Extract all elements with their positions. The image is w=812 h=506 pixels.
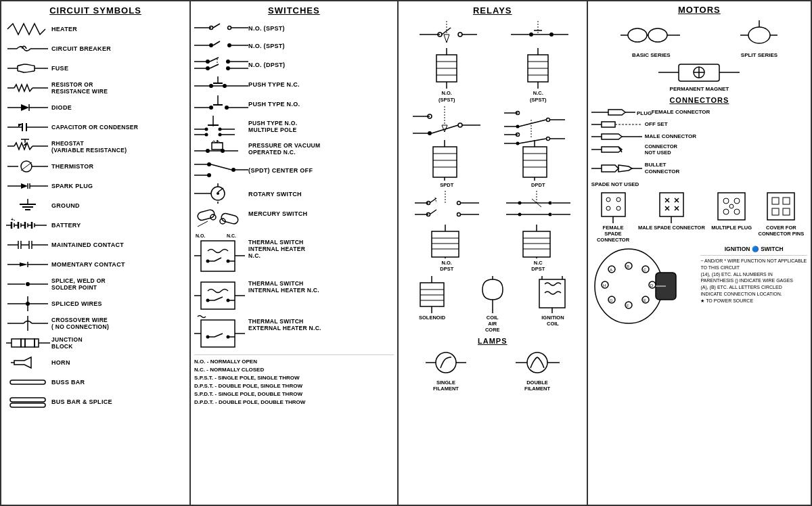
switches-notes-text: N.O. - NORMALLY OPEN N.C. - NORMALLY CLO… — [194, 358, 394, 407]
buss-bar-symbol — [4, 377, 51, 388]
svg-point-122 — [219, 133, 222, 137]
crossover-label: CROSSOVER WIRE( NO CONNECTION) — [51, 317, 187, 330]
svg-point-293 — [628, 28, 647, 42]
svg-point-339 — [734, 209, 740, 214]
solenoid-label: SOLENOID — [413, 315, 451, 321]
svg-marker-189 — [444, 34, 449, 43]
male-connector-row: MALE CONNECTOR — [591, 131, 807, 142]
circuit-symbols-title: CIRCUIT SYMBOLS — [4, 5, 187, 16]
cover-connector-item: COVER FORCONNECTOR PINS — [758, 189, 804, 243]
thermal1-label: THERMAL SWITCHINTERNAL HEATERN.C. — [248, 239, 394, 260]
connector-not-used-row: CONNECTORNOT USED — [591, 143, 807, 156]
svg-point-84 — [228, 26, 231, 30]
spdt-center-label: (SPDT) CENTER OFF — [248, 167, 394, 175]
male-connector-label: MALE CONNECTOR — [645, 132, 696, 141]
solenoid-item: SOLENOID — [413, 276, 451, 333]
ignition-switch-label: IGNITION 🔵 SWITCH — [700, 246, 807, 252]
offset-row: OFF SET — [591, 119, 807, 130]
lamps-title: LAMPS — [401, 337, 584, 345]
male-spade-item: MALE SPADE CONNECTOR — [638, 189, 705, 243]
junction-block-symbol — [4, 335, 51, 351]
junction-block-label: JUNCTIONBLOCK — [51, 336, 187, 350]
svg-point-271 — [548, 212, 551, 216]
nc-dpst-relay: N.CDPST — [506, 191, 570, 272]
svg-point-97 — [206, 66, 210, 70]
splice-label: SPLICE, WELD ORSOLDER POINT — [51, 277, 187, 291]
svg-point-266 — [548, 201, 551, 204]
svg-text:F: F — [627, 304, 629, 308]
svg-point-157 — [206, 260, 210, 263]
svg-marker-58 — [20, 262, 28, 267]
rheostat-symbol — [4, 139, 51, 154]
svg-point-234 — [516, 141, 520, 145]
ground-symbol — [4, 199, 51, 212]
rheostat-row: RHEOSTAT(VARIABLE RESISTANCE) — [4, 139, 187, 155]
svg-text:A: A — [610, 268, 612, 272]
small-note-text: ~ AND/OR * WIRE FUNCTION NOT APPLICABLE … — [700, 255, 807, 304]
no-spst-relay-label: N.O.(SPST) — [413, 90, 480, 104]
maintained-contact-label: MAINTAINED CONTACT — [51, 242, 187, 249]
spliced-wires-symbol — [4, 296, 51, 311]
thermal2-label: THERMAL SWITCHINTERNAL HEATER N.C. — [248, 280, 394, 294]
svg-point-337 — [734, 198, 740, 204]
circuit-breaker-row: CIRCUIT BREAKER — [4, 41, 187, 57]
svg-line-185 — [442, 28, 451, 34]
ground-row: GROUND — [4, 198, 187, 214]
no-spst2-label: N.O. (SPST) — [248, 43, 394, 50]
connector-not-used-label: CONNECTORNOT USED — [645, 143, 677, 156]
heater-row: HEATER — [4, 21, 187, 37]
multiple-plug-label: MULTIPLE PLUG — [711, 225, 752, 231]
svg-line-158 — [215, 258, 221, 261]
svg-point-248 — [457, 201, 460, 204]
no-dpst-row: N.O. (DPST) — [194, 56, 394, 74]
svg-rect-131 — [212, 143, 223, 150]
heater-symbol — [4, 24, 51, 34]
svg-point-336 — [723, 198, 729, 204]
horn-label: HORN — [51, 359, 187, 367]
crossover-symbol — [4, 316, 51, 331]
circuit-symbols-section: CIRCUIT SYMBOLS HEATER — [1, 1, 191, 505]
thermal1-row: THERMAL SWITCHINTERNAL HEATERN.C. — [194, 237, 394, 276]
large-connector-diagram: A B C D E F G H — [591, 246, 698, 328]
no-dpst-relay: N.O.DPST — [415, 191, 479, 272]
spdt-center-row: (SPDT) CENTER OFF — [194, 160, 394, 181]
svg-text:PLUG: PLUG — [637, 110, 652, 116]
spdt-center-symbol — [194, 160, 248, 181]
svg-rect-319 — [602, 193, 625, 216]
coil-item: COILAIRCORE — [476, 276, 510, 333]
junction-block-row: JUNCTIONBLOCK — [4, 335, 187, 351]
maintained-contact-symbol — [4, 239, 51, 250]
single-filament-label: SINGLEFILAMENT — [426, 380, 466, 392]
svg-marker-76 — [14, 357, 31, 368]
fuse-row: FUSE — [4, 60, 187, 76]
svg-text:-: - — [14, 217, 16, 222]
single-filament-item: SINGLEFILAMENT — [426, 348, 466, 392]
spliced-wires-label: SPLICED WIRES — [51, 300, 187, 308]
svg-line-166 — [215, 297, 223, 300]
mercury-row: N.O. N.C. MERCURY SWITCH — [194, 208, 394, 235]
switches-title: SWITCHES — [194, 5, 394, 16]
offset-label: OFF SET — [645, 120, 668, 129]
battery-label: BATTERY — [51, 222, 187, 229]
svg-point-294 — [648, 28, 667, 42]
svg-text:E: E — [644, 298, 646, 302]
bullet-connector-label: BULLETCONNECTOR — [645, 162, 679, 175]
spade-not-used-label: SPADE NOT USED — [591, 181, 807, 187]
svg-point-112 — [225, 106, 229, 110]
no-spst2-row: N.O. (SPST) — [194, 39, 394, 53]
svg-text:D: D — [650, 283, 654, 288]
thermal3-row: THERMAL SWITCHEXTERNAL HEATER N.C. — [194, 317, 394, 352]
svg-marker-27 — [21, 183, 28, 189]
svg-point-173 — [206, 336, 210, 339]
momentary-contact-symbol — [4, 259, 51, 270]
svg-rect-79 — [10, 398, 45, 402]
svg-rect-257 — [523, 231, 550, 257]
svg-line-230 — [519, 120, 546, 127]
spdt-relay: SPDT — [413, 106, 480, 188]
svg-point-110 — [209, 106, 213, 110]
svg-point-298 — [748, 27, 770, 43]
maintained-contact-row: MAINTAINED CONTACT — [4, 237, 187, 253]
splice-row: SPLICE, WELD ORSOLDER POINT — [4, 276, 187, 292]
resistor-label: RESISTOR ORRESISTANCE WIRE — [51, 81, 187, 95]
basic-series-label: BASIC SERIES — [621, 52, 681, 58]
